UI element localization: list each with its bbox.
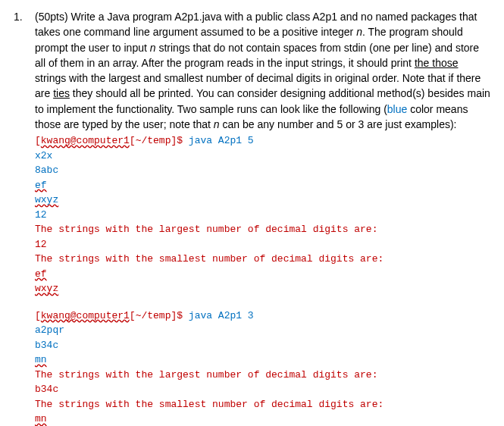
sample-run-1: [kwang@computer1[~/temp]$ java A2p1 5 x2… — [35, 133, 490, 296]
program-output: The strings with the largest number of d… — [35, 368, 490, 383]
user-input-text: mn — [35, 354, 47, 365]
prompt-path: [~/temp]$ — [130, 135, 189, 146]
variable-n: n — [214, 118, 220, 130]
points-label: (50pts) — [35, 11, 70, 23]
command: java A2p1 3 — [189, 310, 254, 321]
shell-prompt-line: [kwang@computer1[~/temp]$ java A2p1 5 — [35, 133, 490, 149]
user-input: 8abc — [35, 163, 490, 178]
program-output: The strings with the smallest number of … — [35, 397, 490, 412]
program-output: ef — [35, 267, 490, 282]
user-input-text: wxyz — [35, 194, 58, 205]
user-input: ef — [35, 178, 490, 193]
spacer — [35, 296, 490, 307]
program-output: wxyz — [35, 281, 490, 296]
underline-text: the those — [415, 57, 459, 69]
question-block: 1. (50pts) Write a Java program A2p1.jav… — [14, 9, 490, 426]
user-input: wxyz — [35, 193, 490, 208]
variable-n: n — [150, 42, 156, 54]
blue-text: blue — [387, 103, 407, 115]
user-input: a2pqr — [35, 323, 490, 338]
user-input-text: ef — [35, 180, 47, 191]
program-output: 12 — [35, 237, 490, 252]
command: java A2p1 5 — [189, 135, 254, 146]
user-input: mn — [35, 352, 490, 368]
program-output: mn — [35, 412, 490, 426]
output-text: ef — [35, 268, 47, 280]
output-text: mn — [35, 413, 47, 424]
question-text: (50pts) Write a Java program A2p1.java w… — [35, 9, 490, 132]
shell-prompt-line: [kwang@computer1[~/temp]$ java A2p1 3 — [35, 309, 490, 324]
user-input: b34c — [35, 338, 490, 353]
text-segment: can be any number and 5 or 3 are just ex… — [220, 118, 457, 130]
prompt-path: [~/temp]$ — [130, 310, 189, 321]
question-body: (50pts) Write a Java program A2p1.java w… — [35, 9, 490, 426]
user-input: 12 — [35, 208, 490, 223]
question-number: 1. — [14, 9, 27, 426]
program-output: The strings with the largest number of d… — [35, 222, 490, 237]
variable-n: n — [356, 26, 362, 38]
underline-text: ties — [53, 87, 70, 99]
prompt-user: kwang@computer1 — [41, 135, 130, 146]
prompt-user: kwang@computer1 — [41, 310, 130, 321]
output-text: wxyz — [35, 283, 58, 294]
user-input: x2x — [35, 149, 490, 164]
program-output: b34c — [35, 382, 490, 397]
sample-run-2: [kwang@computer1[~/temp]$ java A2p1 3 a2… — [35, 309, 490, 426]
program-output: The strings with the smallest number of … — [35, 252, 490, 267]
